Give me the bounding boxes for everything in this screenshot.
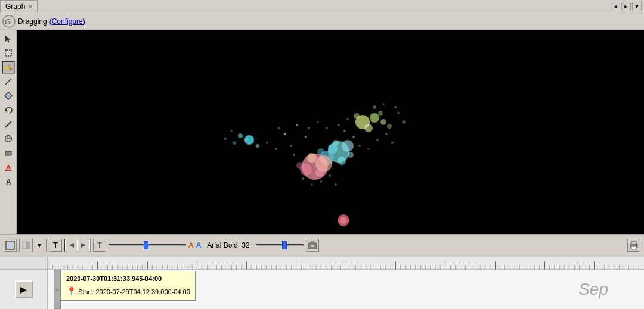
svg-point-57 xyxy=(352,136,355,138)
svg-point-71 xyxy=(329,174,331,177)
svg-rect-5 xyxy=(8,64,10,68)
svg-point-42 xyxy=(370,113,379,123)
paint-tool-btn[interactable] xyxy=(2,61,15,74)
select-tool-btn[interactable] xyxy=(2,32,15,45)
svg-point-21 xyxy=(244,135,254,145)
svg-point-61 xyxy=(385,133,388,135)
svg-point-70 xyxy=(320,180,322,183)
svg-point-81 xyxy=(397,112,400,114)
svg-point-47 xyxy=(387,124,392,129)
diamond-tool-btn[interactable] xyxy=(2,89,15,102)
svg-text:A: A xyxy=(6,164,11,171)
svg-point-63 xyxy=(308,127,310,129)
svg-line-7 xyxy=(5,79,11,85)
svg-point-67 xyxy=(346,118,349,120)
tooltip-start: 📍 Start: 2020-07-29T04:12:39.000-04:00 xyxy=(66,285,190,298)
svg-point-23 xyxy=(256,144,259,148)
color-label-1: A xyxy=(188,241,194,249)
app-logo: G xyxy=(2,15,16,28)
svg-point-46 xyxy=(378,111,383,116)
svg-line-12 xyxy=(5,121,11,127)
pen-tool-btn[interactable] xyxy=(2,118,15,131)
globe-tool-btn[interactable] xyxy=(2,132,15,145)
svg-marker-9 xyxy=(7,94,10,98)
tab-next-btn[interactable]: ► xyxy=(621,2,631,11)
svg-point-40 xyxy=(296,162,304,169)
svg-point-74 xyxy=(340,217,347,224)
printer-btn[interactable] xyxy=(627,239,640,252)
split-icon-btn[interactable] xyxy=(20,239,33,252)
svg-point-48 xyxy=(284,133,286,135)
svg-point-60 xyxy=(376,139,379,141)
svg-point-49 xyxy=(296,124,298,126)
svg-point-43 xyxy=(364,124,373,132)
svg-point-68 xyxy=(302,177,304,180)
text-tool-btn[interactable]: A xyxy=(2,175,15,188)
sep-month-label: Sep xyxy=(578,280,608,299)
svg-point-91 xyxy=(311,244,314,248)
svg-point-96 xyxy=(636,245,637,246)
svg-point-79 xyxy=(373,105,376,109)
svg-rect-85 xyxy=(8,243,13,248)
svg-point-52 xyxy=(278,127,280,129)
svg-point-80 xyxy=(382,103,385,105)
dropdown-btn[interactable]: ▼ xyxy=(33,239,46,252)
tooltip-time: 2020-07-30T01:31:33.945-04:00 xyxy=(66,274,190,285)
svg-point-29 xyxy=(342,140,354,152)
rect-tool-btn[interactable] xyxy=(2,146,15,160)
timeline-controls: ▶ xyxy=(0,270,48,309)
svg-point-38 xyxy=(307,153,317,163)
timeline-area: ▶ 2020-07-30T01:31:33.945-04:00 📍 Start:… xyxy=(0,255,644,309)
svg-point-34 xyxy=(333,140,339,146)
svg-point-39 xyxy=(315,168,324,177)
svg-point-53 xyxy=(293,154,295,156)
svg-point-51 xyxy=(290,145,292,147)
svg-point-50 xyxy=(305,136,307,138)
tooltip-start-label: Start: xyxy=(78,288,94,295)
text-underline-tool-btn[interactable]: A xyxy=(2,161,15,174)
text-btn2[interactable]: T xyxy=(93,239,106,252)
svg-point-66 xyxy=(338,124,340,126)
graph-tab[interactable]: Graph × xyxy=(0,0,38,13)
svg-rect-94 xyxy=(631,241,636,244)
rect-select-tool-btn[interactable] xyxy=(2,46,15,60)
line-tool-btn[interactable] xyxy=(2,75,15,88)
timeline-cursor[interactable] xyxy=(54,270,61,309)
play-button[interactable]: ▶ xyxy=(15,280,33,298)
tab-label: Graph xyxy=(5,2,25,11)
svg-point-31 xyxy=(338,157,346,165)
ruler-ticks xyxy=(48,257,644,270)
timeline-track[interactable]: 2020-07-30T01:31:33.945-04:00 📍 Start: 2… xyxy=(48,270,644,309)
svg-point-25 xyxy=(224,138,227,140)
svg-point-83 xyxy=(394,106,397,108)
tab-bar: Graph × ◄ ► ▼ xyxy=(0,0,644,13)
svg-rect-95 xyxy=(631,246,636,249)
arrow-left-btn[interactable] xyxy=(66,239,77,252)
text-bold-btn[interactable]: T xyxy=(49,239,62,252)
dragging-status: Dragging xyxy=(18,17,47,26)
canvas-area[interactable] xyxy=(17,30,644,234)
svg-point-45 xyxy=(354,113,360,119)
tab-prev-btn[interactable]: ◄ xyxy=(611,2,620,11)
tab-menu-btn[interactable]: ▼ xyxy=(632,2,642,11)
color-labels: A A xyxy=(188,241,201,249)
svg-point-69 xyxy=(311,183,313,186)
frame-icon-btn[interactable] xyxy=(4,239,17,252)
svg-point-44 xyxy=(380,119,386,125)
main-area: A A xyxy=(0,30,644,234)
svg-rect-87 xyxy=(26,242,30,249)
svg-point-55 xyxy=(266,142,268,144)
svg-point-26 xyxy=(230,130,233,132)
svg-point-24 xyxy=(233,141,236,145)
svg-point-54 xyxy=(275,148,277,150)
rotate-tool-btn[interactable] xyxy=(2,104,15,117)
camera-btn[interactable] xyxy=(306,239,319,252)
svg-point-62 xyxy=(391,142,394,144)
configure-link[interactable]: (Configure) xyxy=(49,17,85,26)
tab-close-btn[interactable]: × xyxy=(29,4,32,10)
svg-point-33 xyxy=(348,152,354,158)
btn-group-split: ▼ xyxy=(19,239,47,252)
arrow-right-btn[interactable] xyxy=(78,239,89,252)
svg-rect-3 xyxy=(5,50,11,56)
svg-point-58 xyxy=(358,145,361,147)
